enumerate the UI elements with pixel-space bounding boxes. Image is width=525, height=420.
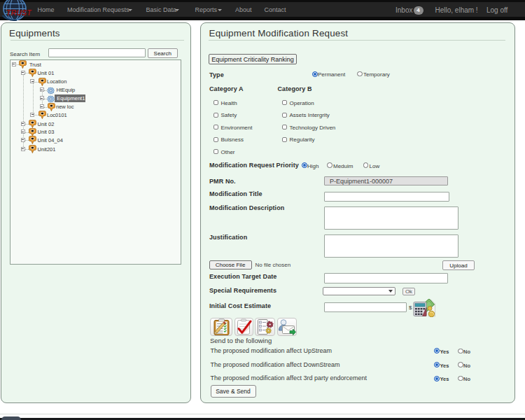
svg-text:TRUST: TRUST <box>6 9 32 17</box>
